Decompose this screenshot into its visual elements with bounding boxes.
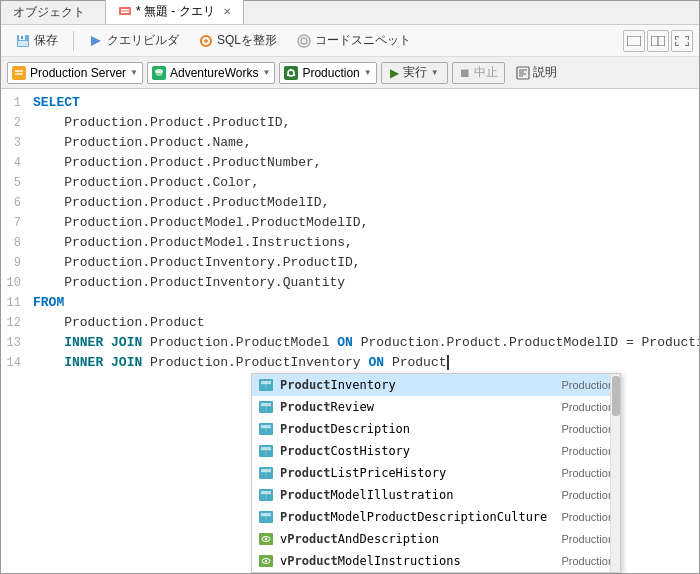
layout-icons (623, 30, 693, 52)
format-sql-button[interactable]: SQLを整形 (190, 28, 286, 53)
line-number: 8 (1, 233, 29, 253)
autocomplete-item-schema: Production (561, 445, 614, 457)
autocomplete-item-name: vProductAndDescription (280, 532, 553, 546)
main-window: オブジェクト * 無題 - クエリ ✕ (0, 0, 700, 574)
view-icon (258, 553, 274, 569)
line-content: SELECT (29, 93, 699, 113)
server-name: Production Server (30, 66, 126, 80)
layout-split-button[interactable] (647, 30, 669, 52)
svg-rect-17 (15, 70, 23, 72)
table-row: 3 Production.Product.Name, (1, 133, 699, 153)
autocomplete-item[interactable]: vProductModelInstructions Production (252, 550, 620, 572)
server-dropdown[interactable]: Production Server ▼ (7, 62, 143, 84)
code-snippet-button[interactable]: コードスニペット (288, 28, 420, 53)
database-dropdown[interactable]: AdventureWorks ▼ (147, 62, 275, 84)
line-content: INNER JOIN Production.ProductInventory O… (29, 353, 699, 373)
svg-rect-13 (627, 36, 641, 46)
svg-rect-0 (119, 7, 131, 15)
table-row: 6 Production.Product.ProductModelID, (1, 193, 699, 213)
format-sql-icon (199, 34, 213, 48)
layout-expand-button[interactable] (671, 30, 693, 52)
line-content: FROM (29, 293, 699, 313)
view-icon (258, 531, 274, 547)
svg-rect-6 (18, 41, 28, 46)
autocomplete-item-schema: Production (561, 467, 614, 479)
autocomplete-item-schema: Production (561, 533, 614, 545)
schema-dropdown[interactable]: Production ▼ (279, 62, 376, 84)
save-button[interactable]: 保存 (7, 28, 67, 53)
svg-marker-7 (91, 36, 101, 46)
autocomplete-item[interactable]: ProductInventory Production (252, 374, 620, 396)
autocomplete-item-name: ProductListPriceHistory (280, 466, 553, 480)
autocomplete-item-schema: Production (561, 379, 614, 391)
autocomplete-item[interactable]: ProductListPriceHistory Production (252, 462, 620, 484)
editor-area: 1 SELECT 2 Production.Product.ProductID,… (1, 89, 699, 573)
line-number: 3 (1, 133, 29, 153)
layout-expand-icon (675, 36, 689, 46)
layout-single-icon (627, 36, 641, 46)
line-number: 5 (1, 173, 29, 193)
autocomplete-item-name: ProductModelIllustration (280, 488, 553, 502)
table-row: 11 FROM (1, 293, 699, 313)
line-number: 4 (1, 153, 29, 173)
line-number: 2 (1, 113, 29, 133)
autocomplete-dropdown: ProductInventory Production ProductRevie… (251, 373, 621, 573)
line-number: 6 (1, 193, 29, 213)
line-number: 10 (1, 273, 29, 293)
autocomplete-item[interactable]: ProductModelIllustration Production (252, 484, 620, 506)
query-tab[interactable]: * 無題 - クエリ ✕ (105, 0, 244, 24)
query-builder-icon (89, 34, 103, 48)
menu-object[interactable]: オブジェクト (5, 2, 93, 23)
table-icon (258, 421, 274, 437)
schema-dropdown-chevron: ▼ (364, 68, 372, 77)
table-row: 10 Production.ProductInventory.Quantity (1, 273, 699, 293)
autocomplete-item[interactable]: ProductCostHistory Production (252, 440, 620, 462)
code-snippet-icon (297, 34, 311, 48)
line-content: INNER JOIN Production.ProductModel ON Pr… (29, 333, 699, 353)
layout-split-icon (651, 36, 665, 46)
table-row: 1 SELECT (1, 93, 699, 113)
layout-single-button[interactable] (623, 30, 645, 52)
toolbar: 保存 クエリビルダ SQLを整形 コードスニペット (1, 25, 699, 57)
code-snippet-label: コードスニペット (315, 32, 411, 49)
run-button[interactable]: ▶ 実行 ▼ (381, 62, 448, 84)
connection-bar: Production Server ▼ AdventureWorks ▼ Pro… (1, 57, 699, 89)
toolbar-separator-1 (73, 31, 74, 51)
svg-point-55 (265, 560, 267, 562)
svg-point-24 (293, 73, 295, 75)
autocomplete-item-name: vProductModelInstructions (280, 554, 553, 568)
server-dropdown-chevron: ▼ (130, 68, 138, 77)
scroll-thumb (612, 376, 620, 416)
line-content: Production.Product.Color, (29, 173, 699, 193)
line-number: 11 (1, 293, 29, 313)
line-content: Production.ProductModel.ProductModelID, (29, 213, 699, 233)
table-icon (258, 465, 274, 481)
autocomplete-item-schema: Production (561, 489, 614, 501)
table-row: 8 Production.ProductModel.Instructions, (1, 233, 699, 253)
database-icon (152, 66, 166, 80)
tab-close-icon[interactable]: ✕ (223, 6, 231, 17)
line-number: 14 (1, 353, 29, 373)
schema-icon (284, 66, 298, 80)
autocomplete-item[interactable]: ProductModelProductDescriptionCulture Pr… (252, 506, 620, 528)
line-number: 12 (1, 313, 29, 333)
svg-point-53 (265, 538, 267, 540)
line-content: Production.ProductInventory.ProductID, (29, 253, 699, 273)
autocomplete-item-schema: Production (561, 555, 614, 567)
query-builder-button[interactable]: クエリビルダ (80, 28, 188, 53)
table-icon (258, 377, 274, 393)
line-content: Production.Product.ProductID, (29, 113, 699, 133)
explain-button[interactable]: 説明 (509, 62, 564, 84)
table-row: 2 Production.Product.ProductID, (1, 113, 699, 133)
autocomplete-item-name: ProductReview (280, 400, 553, 414)
stop-button[interactable]: ⏹ 中止 (452, 62, 505, 84)
line-content: Production.Product.ProductModelID, (29, 193, 699, 213)
autocomplete-item[interactable]: ProductReview Production (252, 396, 620, 418)
autocomplete-scrollbar[interactable] (610, 374, 620, 572)
database-name: AdventureWorks (170, 66, 258, 80)
autocomplete-item-schema: Production (561, 401, 614, 413)
autocomplete-item[interactable]: vProductAndDescription Production (252, 528, 620, 550)
autocomplete-item[interactable]: ProductDescription Production (252, 418, 620, 440)
autocomplete-item-name: ProductModelProductDescriptionCulture (280, 510, 553, 524)
line-content: Production.ProductModel.Instructions, (29, 233, 699, 253)
